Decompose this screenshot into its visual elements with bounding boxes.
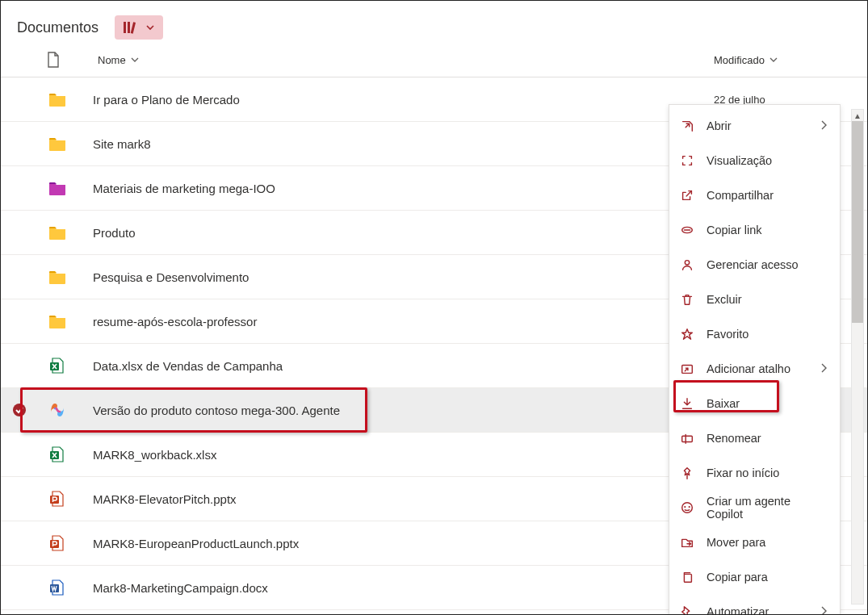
svg-point-19 [682, 502, 693, 512]
svg-point-20 [684, 506, 686, 508]
row-name[interactable]: Site mark8 [77, 137, 681, 151]
ctx-label: Compartilhar [707, 189, 830, 202]
chevron-down-icon [769, 56, 778, 64]
chevron-down-icon [131, 56, 139, 64]
chevron-right-icon [820, 362, 830, 375]
ctx-label: Mover para [707, 536, 830, 549]
ctx-favorite[interactable]: Favorito [669, 316, 840, 351]
ctx-preview[interactable]: Visualização [669, 143, 840, 178]
ctx-label: Visualização [707, 154, 830, 167]
column-name[interactable]: Nome [65, 54, 714, 66]
row-name[interactable]: MARK8-ElevatorPitch.pptx [77, 492, 681, 506]
ctx-share[interactable]: Compartilhar [669, 178, 840, 212]
checkmark-icon [12, 403, 27, 417]
svg-rect-1 [128, 22, 130, 33]
row-selection[interactable] [1, 403, 38, 417]
row-name[interactable]: resume-após-escola-professor [77, 315, 681, 328]
preview-icon [679, 153, 695, 169]
excel-icon [38, 356, 77, 375]
ctx-link[interactable]: Copiar link [669, 212, 840, 247]
row-name[interactable]: Data.xlsx de Vendas de Campanha [77, 359, 681, 373]
context-menu-scrollbar[interactable]: ▲ [851, 109, 864, 605]
context-menu: AbrirVisualizaçãoCompartilharCopiar link… [669, 104, 841, 615]
ctx-copy[interactable]: Copiar para [669, 559, 840, 594]
ctx-copilot-new[interactable]: Criar um agente Copilot [669, 490, 840, 525]
copilot-icon [38, 400, 77, 420]
chevron-down-icon [145, 23, 155, 32]
page-title: Documentos [17, 19, 99, 36]
scrollbar-thumb[interactable] [852, 121, 863, 323]
row-name[interactable]: Materiais de marketing mega-IOO [77, 182, 681, 195]
ctx-move[interactable]: Mover para [669, 525, 840, 559]
ctx-label: Copiar para [707, 571, 830, 584]
svg-rect-22 [684, 574, 691, 582]
powerpoint-icon [38, 533, 77, 553]
ctx-rename[interactable]: Renomear [669, 420, 840, 455]
folder-yellow-icon [38, 90, 77, 109]
share-icon [679, 187, 695, 203]
favorite-icon [679, 326, 695, 342]
chevron-right-icon [820, 119, 830, 132]
ctx-delete[interactable]: Excluir [669, 282, 840, 316]
row-name[interactable]: Ir para o Plano de Mercado [77, 93, 681, 107]
ctx-shortcut[interactable]: Adicionar atalho [669, 351, 840, 386]
ctx-label: Excluir [707, 293, 830, 306]
ctx-label: Fixar no início [707, 466, 830, 479]
row-name[interactable]: MARK8_workback.xlsx [77, 448, 681, 462]
row-name[interactable]: Produto [77, 226, 681, 240]
ctx-label: Adicionar atalho [707, 362, 809, 375]
svg-rect-0 [124, 22, 126, 33]
powerpoint-icon [38, 489, 77, 508]
access-icon [679, 257, 695, 273]
automate-icon [679, 604, 695, 616]
copilot-new-icon [679, 500, 695, 516]
column-modified[interactable]: Modificado [714, 54, 867, 66]
pin-icon [679, 465, 695, 481]
folder-yellow-icon [38, 267, 77, 287]
ctx-label: Copiar link [707, 224, 830, 236]
ctx-automate[interactable]: Automatizar [669, 594, 840, 615]
chevron-right-icon [820, 605, 830, 616]
rename-icon [679, 430, 695, 446]
column-headers: Nome Modificado [1, 48, 867, 77]
open-icon [679, 118, 695, 134]
row-name[interactable]: MARK8-EuropeanProductLaunch.pptx [77, 537, 681, 550]
ctx-label: Favorito [707, 328, 830, 341]
row-name[interactable]: Versão do produto contoso mega-300. Agen… [77, 404, 681, 417]
folder-yellow-icon [38, 312, 77, 331]
svg-rect-16 [682, 436, 693, 441]
folder-magenta-icon [38, 178, 77, 198]
ctx-label: Renomear [707, 432, 830, 445]
file-icon [46, 51, 61, 69]
library-dropdown-button[interactable] [115, 15, 163, 40]
excel-icon [38, 445, 77, 464]
scroll-up-icon[interactable]: ▲ [852, 110, 863, 121]
ctx-label: Baixar [707, 397, 830, 410]
delete-icon [679, 291, 695, 308]
svg-point-4 [13, 404, 26, 416]
ctx-label: Criar um agente Copilot [707, 495, 830, 521]
move-icon [679, 534, 695, 550]
ctx-label: Gerenciar acesso [707, 258, 830, 271]
row-name[interactable]: Pesquisa e Desenvolvimento [77, 270, 681, 284]
column-modified-label: Modificado [714, 54, 765, 66]
ctx-pin[interactable]: Fixar no início [669, 455, 840, 490]
svg-point-14 [685, 260, 689, 264]
library-icon [123, 20, 139, 35]
column-type[interactable] [1, 51, 65, 69]
ctx-label: Automatizar [707, 605, 809, 616]
ctx-open[interactable]: Abrir [669, 108, 840, 143]
header: Documentos [1, 1, 867, 48]
row-name[interactable]: Mark8-MarketingCampaign.docx [77, 581, 681, 595]
column-name-label: Nome [98, 54, 126, 66]
download-icon [679, 395, 695, 412]
ctx-access[interactable]: Gerenciar acesso [669, 247, 840, 282]
svg-point-21 [689, 506, 690, 508]
ctx-download[interactable]: Baixar [669, 386, 840, 420]
folder-yellow-icon [38, 223, 77, 242]
ctx-label: Abrir [707, 119, 809, 132]
folder-yellow-icon [38, 134, 77, 153]
svg-rect-2 [131, 22, 136, 33]
copy-icon [679, 569, 695, 585]
shortcut-icon [679, 361, 695, 377]
